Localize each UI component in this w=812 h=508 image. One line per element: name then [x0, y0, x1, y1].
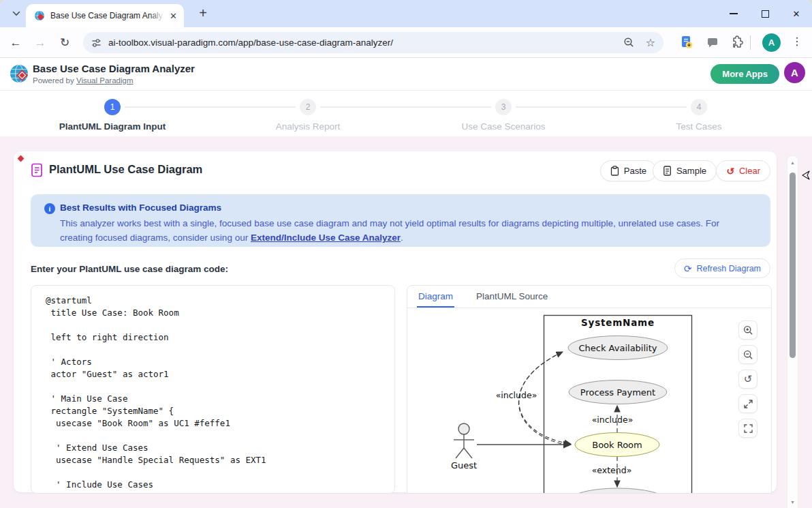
usecase-diagram: SystemName Check Availability: [407, 309, 772, 494]
check-availability-label: Check Availability: [579, 343, 657, 353]
tab-plantuml-source[interactable]: PlantUML Source: [475, 286, 549, 308]
chevron-down-icon: [12, 11, 20, 16]
step-3-circle[interactable]: 3: [495, 99, 512, 115]
refresh-diagram-button[interactable]: ⟳ Refresh Diagram: [674, 258, 770, 278]
banner-body: This analyzer works best with a single, …: [60, 216, 754, 245]
window-maximize-button[interactable]: [749, 0, 781, 27]
page-scrollbar[interactable]: ▲ ▼: [787, 155, 798, 508]
zoom-page-icon[interactable]: [623, 37, 635, 48]
window-close-button[interactable]: ✕: [781, 0, 812, 27]
step-4-label: Test Cases: [676, 121, 722, 132]
step-1-circle[interactable]: 1: [104, 99, 121, 115]
system-name-label: SystemName: [581, 317, 655, 328]
sample-button[interactable]: Sample: [653, 160, 717, 181]
refresh-icon: ⟳: [684, 263, 692, 274]
zoom-out-icon: [743, 350, 753, 360]
extend-label: «extend»: [592, 465, 632, 475]
book-room-label: Book Room: [592, 440, 642, 450]
wizard-stepper: 1 2 3 4 PlantUML Diagram Input Analysis …: [0, 91, 812, 136]
more-apps-button[interactable]: More Apps: [710, 64, 779, 84]
plantuml-code[interactable]: @startuml title Use Case: Book Room left…: [46, 295, 394, 491]
powered-by: Powered by Visual Paradigm: [33, 76, 133, 85]
browser-window: Base Use Case Diagram Analyze ✕ + ✕ ← → …: [0, 0, 812, 508]
file-icon: [663, 166, 672, 176]
step-4-circle[interactable]: 4: [691, 99, 707, 115]
zoom-in-icon: [743, 325, 753, 335]
visual-paradigm-link[interactable]: Visual Paradigm: [76, 76, 134, 85]
reset-view-button[interactable]: ↺: [738, 370, 758, 389]
step-connector: [320, 106, 491, 108]
expand-button[interactable]: [738, 394, 758, 413]
clipboard-icon: [610, 166, 619, 176]
card-title: PlantUML Use Case Diagram: [49, 163, 202, 176]
app-header: Base Use Case Diagram Analyzer Powered b…: [0, 58, 812, 91]
browser-toolbar: ← → ↻ ai-toolbox.visual-paradigm.com/app…: [0, 27, 812, 58]
step-1-label: PlantUML Diagram Input: [59, 121, 166, 132]
step-3-label: Use Case Scenarios: [461, 121, 545, 132]
tab-diagram[interactable]: Diagram: [417, 286, 454, 308]
scrollbar-down-arrow[interactable]: ▼: [787, 500, 798, 505]
process-payment-label: Process Payment: [580, 387, 655, 398]
site-settings-icon[interactable]: [91, 38, 102, 48]
card-corner-ornament: [18, 155, 25, 162]
tab-close-icon[interactable]: ✕: [170, 11, 177, 21]
reset-icon: ↺: [744, 373, 753, 385]
step-connector: [125, 106, 296, 108]
diagram-canvas[interactable]: SystemName Check Availability: [407, 309, 771, 493]
extension-doc-icon[interactable]: [679, 35, 694, 50]
address-bar[interactable]: ai-toolbox.visual-paradigm.com/app/base-…: [83, 32, 663, 53]
minimize-icon: [730, 13, 738, 14]
fullscreen-button[interactable]: [738, 419, 758, 438]
plantuml-code-editor[interactable]: @startuml title Use Case: Book Room left…: [31, 285, 395, 494]
fullscreen-icon: [743, 423, 753, 434]
extensions-puzzle-icon[interactable]: [730, 35, 743, 49]
info-icon: i: [44, 203, 55, 214]
window-controls: ✕: [718, 0, 812, 27]
tab-favicon: [34, 10, 45, 21]
back-button[interactable]: ←: [4, 27, 27, 58]
banner-title: Best Results with Focused Diagrams: [60, 203, 221, 213]
toolbar-separator: [750, 35, 751, 50]
diagram-tabs: Diagram PlantUML Source: [407, 286, 771, 308]
include-label-vertical: «include»: [592, 415, 634, 425]
diagram-zoom-controls: ↺: [738, 320, 758, 438]
tab-title-fade: [150, 7, 168, 25]
scrollbar-up-arrow[interactable]: ▲: [787, 160, 798, 165]
new-tab-button[interactable]: +: [195, 5, 211, 22]
url-text[interactable]: ai-toolbox.visual-paradigm.com/app/base-…: [108, 38, 393, 48]
clear-button[interactable]: ↺ Clear: [716, 160, 770, 181]
zoom-in-button[interactable]: [738, 320, 758, 340]
diagram-panel: Diagram PlantUML Source SystemName: [407, 285, 772, 494]
step-connector: [516, 106, 687, 108]
undo-icon: ↺: [726, 166, 734, 177]
main-card: PlantUML Use Case Diagram Paste Sample: [14, 151, 777, 492]
visual-paradigm-logo: [9, 63, 32, 86]
browser-tab[interactable]: Base Use Case Diagram Analyze ✕: [26, 4, 184, 27]
window-minimize-button[interactable]: [718, 0, 749, 27]
profile-avatar[interactable]: A: [762, 33, 781, 52]
expand-icon: [743, 399, 753, 409]
user-avatar[interactable]: A: [784, 62, 805, 83]
extend-include-analyzer-link[interactable]: Extend/Include Use Case Analyzer: [251, 233, 401, 243]
maximize-icon: [762, 10, 769, 18]
bookmark-star-icon[interactable]: ☆: [646, 36, 655, 49]
document-icon: [31, 163, 44, 177]
info-banner: i Best Results with Focused Diagrams Thi…: [31, 194, 770, 247]
actor-guest-figure: [454, 423, 474, 458]
paste-button[interactable]: Paste: [600, 160, 657, 181]
tab-strip: Base Use Case Diagram Analyze ✕ + ✕: [0, 0, 812, 27]
editor-label: Enter your PlantUML use case diagram cod…: [31, 264, 228, 274]
tab-search-button[interactable]: [10, 8, 23, 19]
include-label-curve: «include»: [496, 390, 537, 400]
zoom-out-button[interactable]: [738, 345, 758, 364]
step-2-circle[interactable]: 2: [300, 99, 316, 115]
browser-menu-icon[interactable]: ⋮: [790, 35, 804, 48]
reload-button[interactable]: ↻: [53, 27, 76, 58]
step-2-label: Analysis Report: [276, 121, 341, 132]
actor-guest-label: Guest: [451, 460, 477, 470]
mouse-cursor: [801, 169, 811, 181]
page-title: Base Use Case Diagram Analyzer: [33, 63, 195, 74]
forward-button[interactable]: →: [29, 27, 52, 58]
scrollbar-thumb[interactable]: [790, 173, 796, 358]
extension-bubble-icon[interactable]: [706, 37, 719, 48]
